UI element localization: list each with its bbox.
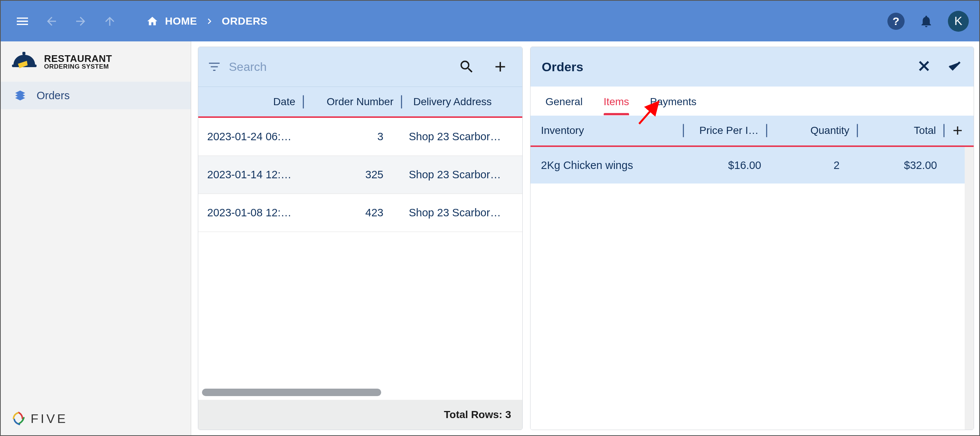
items-table-body: 2Kg Chicken wings $16.00 2 $32.00	[530, 147, 974, 430]
table-row[interactable]: 2Kg Chicken wings $16.00 2 $32.00	[530, 147, 974, 184]
arrow-left-icon	[45, 14, 58, 28]
breadcrumb-home[interactable]: HOME	[165, 15, 197, 27]
tab-payments[interactable]: Payments	[650, 96, 697, 115]
user-avatar[interactable]: K	[948, 11, 969, 32]
vertical-scrollbar[interactable]	[965, 147, 974, 430]
notifications-button[interactable]	[915, 10, 937, 32]
close-icon	[916, 58, 932, 74]
nav-back-button[interactable]	[40, 10, 63, 32]
filter-icon[interactable]	[207, 60, 221, 74]
detail-title: Orders	[542, 60, 584, 74]
hamburger-icon	[15, 14, 30, 29]
cell-inventory: 2Kg Chicken wings	[533, 159, 683, 171]
sidebar-item-label: Orders	[37, 89, 70, 102]
orders-table-body: 2023-01-24 06:0… 3 Shop 23 Scarbor… 2023…	[198, 118, 522, 400]
table-row[interactable]: 2023-01-14 12:4… 325 Shop 23 Scarbor…	[198, 156, 522, 194]
sidebar: RESTAURANT ORDERING SYSTEM Orders FIVE	[1, 41, 191, 435]
column-inventory[interactable]: Inventory	[533, 125, 683, 136]
table-row[interactable]: 2023-01-24 06:0… 3 Shop 23 Scarbor…	[198, 118, 522, 156]
search-button[interactable]	[453, 59, 480, 75]
chevron-right-icon	[204, 16, 215, 27]
items-table-header: Inventory Price Per I… Quantity Total	[530, 116, 974, 147]
sidebar-item-orders[interactable]: Orders	[1, 82, 191, 109]
cell-price: $16.00	[683, 159, 765, 171]
cell-date: 2023-01-14 12:4…	[198, 168, 303, 181]
orders-footer: Total Rows: 3	[198, 400, 522, 430]
restaurant-cloche-icon	[11, 51, 37, 72]
arrow-right-icon	[74, 14, 88, 28]
cell-quantity: 2	[765, 159, 854, 171]
top-toolbar: HOME ORDERS ? K	[1, 1, 979, 41]
cell-date: 2023-01-24 06:0…	[198, 130, 303, 143]
close-button[interactable]	[916, 58, 932, 75]
brand-title: RESTAURANT	[44, 54, 112, 63]
cell-address: Shop 23 Scarbor…	[400, 168, 522, 181]
horizontal-scrollbar[interactable]	[202, 388, 381, 396]
column-order-number[interactable]: Order Number	[304, 96, 401, 108]
five-brand-logo: FIVE	[11, 411, 68, 426]
cell-order-number: 423	[303, 207, 400, 219]
column-price-per-item[interactable]: Price Per I…	[684, 125, 766, 136]
add-item-button[interactable]	[945, 124, 970, 138]
detail-tabs: General Items Payments	[530, 87, 974, 116]
breadcrumb: HOME ORDERS	[146, 15, 268, 27]
arrow-up-icon	[103, 14, 116, 28]
cell-date: 2023-01-08 12:4…	[198, 207, 303, 219]
detail-header: Orders	[530, 47, 974, 87]
plus-icon	[950, 124, 965, 138]
svg-rect-0	[22, 52, 25, 55]
orders-table-header: Date Order Number Delivery Address	[198, 87, 522, 118]
column-quantity[interactable]: Quantity	[767, 125, 857, 136]
help-button[interactable]: ?	[888, 13, 905, 30]
cell-address: Shop 23 Scarbor…	[400, 207, 522, 219]
plus-icon	[492, 59, 509, 75]
five-spinner-icon	[11, 411, 26, 426]
cell-total: $32.00	[854, 159, 945, 171]
brand-subtitle: ORDERING SYSTEM	[44, 63, 112, 70]
breadcrumb-current[interactable]: ORDERS	[222, 15, 268, 27]
search-input[interactable]	[229, 60, 446, 74]
help-icon: ?	[892, 15, 899, 28]
tab-general[interactable]: General	[546, 96, 583, 115]
bell-icon	[919, 14, 933, 29]
brand-logo: RESTAURANT ORDERING SYSTEM	[1, 41, 191, 82]
search-icon	[458, 59, 475, 75]
cell-address: Shop 23 Scarbor…	[400, 130, 522, 143]
cell-order-number: 325	[303, 168, 400, 181]
column-delivery-address[interactable]: Delivery Address	[402, 96, 522, 108]
column-total[interactable]: Total	[858, 125, 943, 136]
orders-list-panel: Date Order Number Delivery Address 2023-…	[198, 47, 523, 430]
nav-forward-button[interactable]	[70, 10, 92, 32]
table-row[interactable]: 2023-01-08 12:4… 423 Shop 23 Scarbor…	[198, 194, 522, 232]
avatar-initial: K	[954, 14, 962, 28]
total-rows-label: Total Rows: 3	[444, 409, 511, 421]
five-brand-text: FIVE	[30, 411, 68, 426]
check-icon	[947, 58, 963, 74]
order-detail-panel: Orders General Items Payments	[530, 47, 974, 430]
add-order-button[interactable]	[487, 59, 513, 75]
nav-up-button[interactable]	[99, 10, 121, 32]
menu-button[interactable]	[11, 10, 33, 32]
search-bar	[198, 47, 522, 87]
confirm-button[interactable]	[947, 58, 963, 75]
home-icon	[146, 15, 158, 27]
layers-icon	[14, 89, 26, 101]
tab-items[interactable]: Items	[604, 96, 629, 115]
column-date[interactable]: Date	[198, 96, 303, 108]
cell-order-number: 3	[303, 130, 400, 143]
